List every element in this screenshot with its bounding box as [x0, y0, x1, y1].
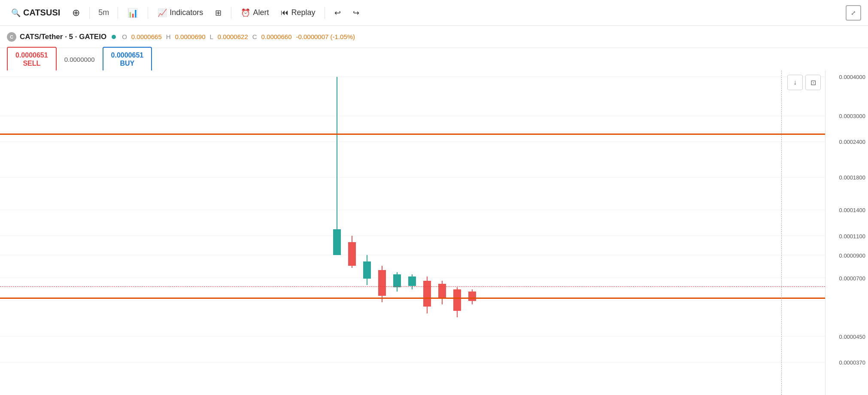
auto-scale-icon: ⊡ [810, 79, 816, 87]
indicators-icon: 📈 [158, 8, 167, 18]
redo-icon: ↪ [353, 8, 359, 18]
auto-scale-button[interactable]: ⊡ [805, 75, 821, 90]
scroll-down-button[interactable]: ↓ [787, 75, 803, 90]
search-icon: 🔍 [11, 8, 21, 18]
svg-rect-31 [468, 292, 476, 301]
divider-5 [325, 7, 325, 19]
templates-button[interactable]: ⊞ [211, 6, 226, 20]
search-symbol[interactable]: 🔍 CATSUSI [7, 5, 64, 20]
toolbar-right: ⤢ [846, 5, 861, 21]
l-value: 0.0000622 [218, 33, 248, 40]
add-icon: ⊕ [72, 7, 80, 18]
price-tick-1: 0.0004000 [839, 74, 865, 80]
templates-icon: ⊞ [215, 8, 222, 18]
buy-price: 0.0000651 [111, 51, 144, 59]
chart-type-icon: 📊 [127, 8, 138, 18]
svg-rect-13 [333, 229, 341, 255]
replay-button[interactable]: ⏮ Replay [276, 6, 319, 20]
main-toolbar: 🔍 CATSUSI ⊕ 5m 📊 📈 Indicators ⊞ ⏰ Alert … [0, 0, 868, 26]
divider-4 [231, 7, 231, 19]
divider-2 [118, 7, 118, 19]
o-label: O [122, 33, 127, 40]
candlestick-chart [0, 70, 825, 395]
sell-label: SELL [23, 59, 40, 67]
symbol-circle: C [7, 32, 16, 42]
price-tick-10: 0.0000370 [839, 359, 865, 366]
svg-rect-23 [408, 276, 416, 286]
h-value: 0.0000690 [175, 33, 206, 40]
candles-container [0, 70, 825, 395]
resistance-line-top [0, 134, 825, 135]
change-value: -0.0000007 (-1.05%) [296, 33, 355, 40]
redo-button[interactable]: ↪ [349, 6, 364, 20]
replay-icon: ⏮ [281, 8, 288, 17]
h-label: H [166, 33, 171, 40]
undo-icon: ↩ [334, 8, 341, 18]
live-indicator [112, 35, 116, 39]
c-label: C [252, 33, 257, 40]
chart-action-buttons: ↓ ⊡ [787, 75, 821, 90]
expand-button[interactable]: ⤢ [846, 5, 861, 21]
price-tick-9: 0.0000450 [839, 333, 865, 340]
price-tick-6: 0.0001100 [839, 233, 865, 239]
o-value: 0.0000665 [131, 33, 162, 40]
c-value: 0.0000660 [261, 33, 292, 40]
svg-rect-21 [393, 274, 401, 287]
price-tick-5: 0.0001400 [839, 207, 865, 213]
symbol-label: CATSUSI [23, 8, 60, 18]
price-tick-7: 0.0000900 [839, 252, 865, 258]
timeframe-selector[interactable]: 5m [95, 6, 112, 19]
add-symbol-button[interactable]: ⊕ [68, 5, 84, 21]
undo-button[interactable]: ↩ [330, 6, 345, 20]
divider-3 [148, 7, 148, 19]
indicators-button[interactable]: 📈 Indicators [153, 6, 207, 20]
sell-price: 0.0000651 [15, 51, 48, 59]
current-price-line [0, 286, 825, 287]
alert-button[interactable]: ⏰ Alert [237, 6, 273, 20]
mid-price-display: 0.0000000 [61, 56, 98, 63]
price-axis: 0.0004000 0.0003000 0.0002400 0.0001800 … [825, 70, 868, 395]
chart-area: 0.0002615 0.0000660 00:35 0.0000582 0.00… [0, 70, 868, 395]
buy-button[interactable]: 0.0000651 BUY [103, 47, 152, 72]
vertical-reference-line [781, 70, 782, 395]
alert-icon: ⏰ [241, 8, 250, 18]
svg-rect-25 [423, 281, 431, 307]
ohlc-values: O 0.0000665 H 0.0000690 L 0.0000622 C 0.… [122, 33, 355, 40]
support-line-bottom [0, 298, 825, 299]
svg-rect-15 [348, 242, 356, 266]
sell-button[interactable]: 0.0000651 SELL [7, 47, 57, 72]
l-label: L [209, 33, 213, 40]
symbol-badge: C CATS/Tether · 5 · GATEIO [7, 32, 116, 42]
price-tick-8: 0.0000700 [839, 275, 865, 281]
divider-1 [89, 7, 90, 19]
trade-buttons-row: 0.0000651 SELL 0.0000000 0.0000651 BUY [0, 48, 868, 70]
buy-label: BUY [120, 59, 134, 67]
svg-rect-19 [378, 270, 386, 296]
price-tick-2: 0.0003000 [839, 112, 865, 119]
symbol-full-name: CATS/Tether · 5 · GATEIO [20, 33, 106, 41]
price-tick-4: 0.0001800 [839, 174, 865, 181]
price-tick-3: 0.0002400 [839, 139, 865, 145]
svg-rect-29 [453, 289, 461, 311]
svg-rect-17 [363, 261, 371, 279]
chart-header: C CATS/Tether · 5 · GATEIO O 0.0000665 H… [0, 26, 868, 48]
expand-icon: ⤢ [851, 9, 856, 16]
arrow-down-icon: ↓ [793, 79, 797, 86]
chart-type-button[interactable]: 📊 [123, 5, 143, 21]
